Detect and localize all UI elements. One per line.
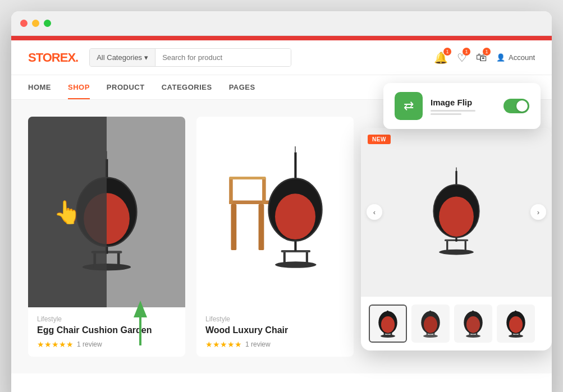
review-count-1: 1 review bbox=[77, 340, 102, 348]
close-button[interactable] bbox=[20, 20, 28, 27]
arrow-indicator-left bbox=[134, 301, 147, 345]
wishlist-button[interactable]: ♡ 1 bbox=[457, 51, 467, 64]
svg-rect-11 bbox=[259, 204, 264, 250]
detail-next-button[interactable]: › bbox=[530, 204, 546, 220]
store-logo[interactable]: STOREX. bbox=[28, 50, 78, 65]
chevron-down-icon: ▾ bbox=[144, 53, 148, 62]
product-category-1: Lifestyle bbox=[37, 315, 176, 323]
main-content: 👆 Lifestyle Egg Chair Cushion Garden ★★★… bbox=[11, 100, 552, 373]
nav-categories[interactable]: CATEGORIES bbox=[162, 75, 212, 99]
image-flip-popup: ⇄ Image Flip bbox=[383, 83, 541, 129]
stars-row-2: ★★★★★ 1 review bbox=[205, 340, 345, 349]
search-input[interactable] bbox=[155, 49, 291, 66]
thumbnail-3[interactable] bbox=[454, 305, 492, 343]
flip-title: Image Flip bbox=[431, 98, 496, 107]
nav-shop[interactable]: SHOP bbox=[68, 75, 90, 99]
review-count-2: 1 review bbox=[245, 340, 271, 348]
svg-point-53 bbox=[466, 316, 480, 333]
flip-icon: ⇄ bbox=[404, 99, 414, 113]
browser-window: STOREX. All Categories ▾ 🔔 1 ♡ 1 🛍 1 bbox=[11, 11, 552, 392]
category-label: All Categories bbox=[97, 53, 142, 62]
product-image-1: 👆 bbox=[28, 117, 185, 307]
arrow-stem-left bbox=[139, 317, 141, 345]
traffic-lights bbox=[20, 20, 51, 27]
store-header: STOREX. All Categories ▾ 🔔 1 ♡ 1 🛍 1 bbox=[11, 40, 552, 75]
search-area: All Categories ▾ bbox=[89, 48, 291, 67]
logo-dot: . bbox=[75, 50, 78, 64]
header-icons: 🔔 1 ♡ 1 🛍 1 👤 Account bbox=[434, 51, 535, 64]
svg-point-60 bbox=[509, 316, 523, 333]
nav-home[interactable]: HOME bbox=[28, 75, 51, 99]
svg-point-39 bbox=[381, 316, 395, 333]
stars-2: ★★★★★ bbox=[205, 340, 242, 349]
flip-line-2 bbox=[431, 113, 461, 115]
detail-image-area: NEW ‹ › bbox=[361, 128, 552, 296]
flip-toggle[interactable] bbox=[504, 99, 529, 113]
logo-text: STOREX bbox=[28, 50, 75, 64]
red-stripe bbox=[11, 36, 552, 40]
svg-point-46 bbox=[424, 316, 437, 333]
thumb-svg-2 bbox=[417, 309, 444, 338]
account-label: Account bbox=[509, 53, 535, 62]
stars-1: ★★★★★ bbox=[37, 340, 74, 349]
svg-point-40 bbox=[423, 335, 438, 338]
thumb-svg-3 bbox=[460, 309, 487, 338]
wishlist-badge: 1 bbox=[463, 48, 470, 56]
svg-point-47 bbox=[466, 335, 480, 338]
svg-rect-25 bbox=[446, 240, 448, 252]
thumbnail-4[interactable] bbox=[497, 305, 535, 343]
stars-row-1: ★★★★★ 1 review bbox=[37, 340, 176, 349]
product-name-1: Egg Chair Cushion Garden bbox=[37, 325, 176, 335]
thumb-svg-4 bbox=[502, 309, 529, 338]
svg-point-22 bbox=[275, 193, 315, 239]
nav-pages[interactable]: PAGES bbox=[229, 75, 255, 99]
detail-prev-button[interactable]: ‹ bbox=[367, 204, 382, 220]
svg-point-15 bbox=[275, 261, 317, 268]
detail-thumbnails bbox=[361, 296, 552, 351]
svg-rect-16 bbox=[283, 251, 286, 265]
product-detail-card: NEW ‹ › bbox=[361, 128, 552, 351]
title-bar bbox=[11, 11, 552, 36]
minimize-button[interactable] bbox=[32, 20, 39, 27]
nav-product[interactable]: PRODUCT bbox=[107, 75, 145, 99]
product-image-2 bbox=[196, 117, 354, 307]
hover-overlay: 👆 bbox=[28, 117, 107, 307]
svg-rect-12 bbox=[229, 178, 233, 204]
product-category-2: Lifestyle bbox=[205, 315, 345, 323]
flip-line-1 bbox=[431, 110, 475, 112]
svg-rect-10 bbox=[231, 204, 236, 250]
notification-button[interactable]: 🔔 1 bbox=[434, 51, 448, 64]
maximize-button[interactable] bbox=[44, 20, 51, 27]
wood-chair-image bbox=[196, 117, 354, 307]
product-card-2[interactable]: Lifestyle Wood Luxury Chair ★★★★★ 1 revi… bbox=[196, 117, 354, 357]
product-card-1[interactable]: 👆 Lifestyle Egg Chair Cushion Garden ★★★… bbox=[28, 117, 185, 357]
product-name-2: Wood Luxury Chair bbox=[205, 325, 345, 335]
category-dropdown[interactable]: All Categories ▾ bbox=[90, 49, 155, 66]
notification-badge: 1 bbox=[443, 48, 451, 56]
product-info-2: Lifestyle Wood Luxury Chair ★★★★★ 1 revi… bbox=[196, 307, 354, 357]
flip-icon-box: ⇄ bbox=[395, 92, 423, 120]
svg-point-24 bbox=[439, 250, 474, 255]
svg-rect-14 bbox=[229, 177, 266, 179]
thumbnail-2[interactable] bbox=[411, 305, 450, 343]
cart-button[interactable]: 🛍 1 bbox=[476, 51, 487, 64]
detail-egg-chair-svg bbox=[420, 162, 493, 262]
arrow-up-icon bbox=[134, 301, 147, 317]
thumbnail-1[interactable] bbox=[369, 305, 407, 343]
wood-chair-svg bbox=[225, 145, 326, 279]
user-icon: 👤 bbox=[496, 53, 505, 62]
svg-rect-26 bbox=[465, 240, 466, 252]
svg-rect-2 bbox=[117, 252, 120, 268]
thumb-svg-1 bbox=[374, 309, 401, 338]
svg-rect-13 bbox=[262, 178, 266, 204]
toggle-circle bbox=[516, 100, 528, 112]
flip-description-lines bbox=[431, 110, 496, 115]
svg-point-54 bbox=[509, 335, 523, 338]
svg-rect-17 bbox=[306, 251, 308, 265]
svg-point-33 bbox=[381, 335, 395, 338]
flip-text-area: Image Flip bbox=[431, 98, 496, 115]
account-button[interactable]: 👤 Account bbox=[496, 53, 535, 62]
svg-point-31 bbox=[439, 196, 474, 237]
cart-badge: 1 bbox=[483, 48, 491, 56]
cursor-hand-icon: 👆 bbox=[53, 199, 81, 225]
